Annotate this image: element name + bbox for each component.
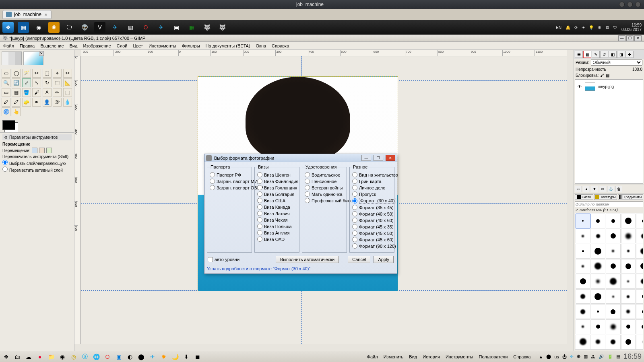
brush-preset[interactable] bbox=[591, 289, 606, 304]
tool-button[interactable]: 🖊 bbox=[2, 98, 10, 107]
format-option[interactable]: Виза Польша bbox=[257, 224, 297, 229]
kde-icon[interactable]: ❖ bbox=[2, 353, 10, 360]
tool-button[interactable]: ⬚ bbox=[63, 88, 72, 97]
tool-button[interactable]: 🪄 bbox=[22, 69, 31, 78]
skype-icon[interactable]: Ⓢ bbox=[81, 353, 89, 360]
volume-icon[interactable]: 🔊 bbox=[599, 354, 604, 359]
format-option[interactable]: Вид на жительство bbox=[352, 172, 392, 177]
brush-preset[interactable] bbox=[621, 335, 636, 350]
menu-item[interactable]: Вид bbox=[70, 43, 78, 48]
format-option[interactable]: Водительское bbox=[305, 172, 344, 177]
battery-icon[interactable]: 🔋 bbox=[607, 354, 613, 359]
menu-item[interactable]: Справка bbox=[272, 43, 289, 48]
folder-icon[interactable]: 📁 bbox=[47, 353, 55, 360]
menu-item[interactable]: Файл bbox=[3, 43, 14, 48]
menu-item[interactable]: Окна bbox=[256, 43, 266, 48]
app-icon[interactable]: ✺ bbox=[48, 22, 60, 33]
tray-icon[interactable]: ⚙ bbox=[598, 25, 601, 30]
tray-icon[interactable]: ✈ bbox=[582, 25, 585, 30]
format-option[interactable]: Загран. паспорт ОВИР bbox=[210, 185, 249, 190]
telegram-icon[interactable]: ✈ bbox=[109, 22, 121, 33]
tray-icon[interactable]: 🖧 bbox=[591, 354, 595, 359]
format-option[interactable]: Виза Болгария bbox=[257, 191, 297, 197]
alien-icon[interactable]: 👽 bbox=[79, 22, 90, 33]
format-option[interactable]: Виза Голландия bbox=[257, 185, 297, 190]
format-option[interactable]: Формат (45 x 60) bbox=[352, 237, 392, 242]
delete-layer-button[interactable]: 🗑 bbox=[615, 186, 622, 192]
tool-button[interactable]: 🪣 bbox=[22, 88, 31, 97]
format-option[interactable]: Виза Латвия bbox=[257, 211, 297, 216]
paths-tab-icon[interactable]: ✎ bbox=[592, 51, 600, 58]
move-layer-icon[interactable] bbox=[32, 148, 37, 153]
format-option[interactable]: Ветеран войны bbox=[305, 185, 344, 190]
format-option[interactable]: Формат (35 x 45) bbox=[352, 205, 392, 210]
brush-preset[interactable] bbox=[606, 244, 621, 259]
brush-preset[interactable] bbox=[606, 274, 621, 289]
brush-preset[interactable] bbox=[606, 289, 621, 304]
menu-item[interactable]: Инструменты bbox=[149, 43, 176, 48]
eye-icon[interactable]: 👁 bbox=[578, 84, 582, 89]
tool-button[interactable]: 🔍 bbox=[2, 78, 10, 87]
menu-item[interactable]: История bbox=[423, 354, 440, 359]
format-option[interactable]: Формат (30 x 40) bbox=[352, 198, 392, 204]
tool-button[interactable]: 🧽 bbox=[22, 98, 31, 107]
move-selection-icon[interactable] bbox=[39, 148, 45, 153]
brush-preset[interactable] bbox=[576, 259, 590, 274]
format-option[interactable]: Загран. паспорт МИД bbox=[210, 179, 249, 184]
menu-item[interactable]: Справка bbox=[513, 354, 530, 359]
app-v-icon[interactable]: V bbox=[94, 22, 105, 33]
brush-preset[interactable] bbox=[636, 304, 643, 319]
brush-preset[interactable] bbox=[576, 229, 590, 244]
image-thumb-active[interactable] bbox=[23, 51, 43, 65]
tool-button[interactable]: 👆 bbox=[12, 107, 21, 116]
app-icon[interactable]: ▣ bbox=[115, 353, 122, 360]
format-option[interactable]: Формат (45 x 50) bbox=[352, 230, 392, 236]
tool-button[interactable]: ⬚ bbox=[53, 78, 62, 87]
format-option[interactable]: Виза США bbox=[257, 198, 297, 203]
lock-alpha-icon[interactable]: ▦ bbox=[606, 73, 609, 78]
format-option[interactable]: Виза ОАЭ bbox=[257, 237, 297, 242]
close-button[interactable]: ✕ bbox=[386, 155, 395, 161]
brush-preset[interactable] bbox=[576, 244, 590, 259]
brush-preset[interactable] bbox=[621, 259, 636, 274]
close-button[interactable]: ✕ bbox=[634, 35, 642, 41]
brush-preset[interactable] bbox=[591, 304, 606, 319]
menu-item[interactable]: Инструменты bbox=[446, 354, 473, 359]
brush-preset[interactable] bbox=[621, 274, 636, 289]
language-indicator[interactable]: EN bbox=[556, 25, 561, 30]
excel-icon[interactable]: ▦ bbox=[186, 22, 197, 33]
menu-item[interactable]: Фильтры bbox=[182, 43, 200, 48]
brush-tab[interactable]: Градиенты bbox=[618, 194, 643, 200]
maximize-button[interactable]: ❐ bbox=[626, 35, 634, 41]
brush-preset[interactable] bbox=[606, 319, 621, 334]
app-icon[interactable]: 🌙 bbox=[171, 353, 179, 360]
tool-button[interactable]: ▭ bbox=[2, 69, 10, 78]
tool-button[interactable]: 🖌 bbox=[32, 88, 41, 97]
layers-tab-icon[interactable]: ☰ bbox=[575, 51, 583, 58]
tab-icon[interactable]: ◧ bbox=[609, 51, 617, 58]
chrome-icon[interactable]: ◉ bbox=[59, 353, 66, 360]
brush-preset[interactable] bbox=[621, 214, 636, 228]
telegram-icon[interactable]: ✈ bbox=[570, 354, 574, 359]
apply-button[interactable]: Apply bbox=[374, 256, 394, 263]
gimp-icon[interactable]: 🐺 bbox=[217, 22, 228, 33]
gimp-icon[interactable]: 🐺 bbox=[201, 22, 213, 33]
maximize-button[interactable]: ❐ bbox=[374, 155, 383, 161]
app-icon[interactable]: ✸ bbox=[160, 353, 167, 360]
brush-preset[interactable] bbox=[591, 335, 606, 350]
tool-button[interactable]: ✏ bbox=[53, 88, 62, 97]
auto-execute-button[interactable]: Выполнить автоматически bbox=[276, 256, 339, 263]
app-icon[interactable]: ▣ bbox=[171, 22, 182, 33]
window-min-icon[interactable] bbox=[619, 2, 625, 7]
format-option[interactable]: Формат (40 x 60) bbox=[352, 218, 392, 223]
format-option[interactable]: Грин-карта bbox=[352, 179, 392, 184]
window-close-icon[interactable] bbox=[635, 2, 641, 7]
lock-pixels-icon[interactable]: 🖌 bbox=[600, 73, 604, 78]
format-option[interactable]: Личное дело bbox=[352, 185, 392, 190]
close-icon[interactable]: ✕ bbox=[44, 12, 48, 16]
opera-icon[interactable]: O bbox=[140, 22, 151, 33]
tool-button[interactable]: ↻ bbox=[43, 78, 52, 87]
window-max-icon[interactable] bbox=[627, 2, 633, 7]
globe-icon[interactable]: 🌐 bbox=[93, 353, 100, 360]
download-icon[interactable]: ⬇ bbox=[183, 353, 190, 360]
